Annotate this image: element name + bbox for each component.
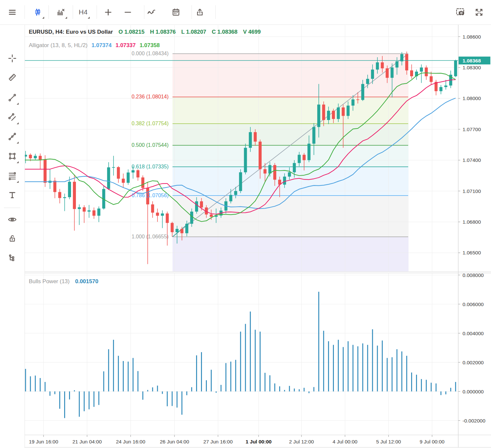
candle bbox=[420, 67, 423, 72]
time-axis[interactable]: 19 Jun 16:0021 Jun 04:0024 Jun 16:0026 J… bbox=[29, 435, 445, 444]
crosshair-tool[interactable] bbox=[5, 51, 20, 66]
ruler-tool[interactable] bbox=[5, 70, 20, 85]
candle bbox=[161, 214, 164, 216]
fib-level-label: 0.382 (1.07754) bbox=[132, 121, 169, 126]
candle bbox=[395, 61, 398, 68]
candle bbox=[83, 207, 86, 212]
export-button[interactable] bbox=[192, 5, 207, 20]
histogram-bar bbox=[387, 358, 388, 391]
visibility-tool[interactable] bbox=[5, 213, 20, 228]
alligator-value: 1.07358 bbox=[139, 42, 159, 48]
candle bbox=[68, 182, 71, 197]
polyline-tool[interactable] bbox=[5, 129, 20, 145]
indicator-axis[interactable]: 0.0080000.0060000.0040000.0020000.000000… bbox=[458, 272, 485, 423]
screenshot-button[interactable] bbox=[453, 5, 468, 20]
plus-icon bbox=[104, 8, 113, 17]
histogram-bar bbox=[245, 324, 246, 391]
current-price-badge-text: 1.08368 bbox=[463, 58, 481, 63]
candle bbox=[87, 210, 90, 212]
chart-surface[interactable]: 1.086001.083001.080001.077001.074001.071… bbox=[0, 0, 491, 448]
ohlcv-item: L 1.08207 bbox=[181, 29, 206, 35]
histogram-bar bbox=[94, 391, 95, 407]
candle bbox=[107, 167, 110, 189]
candle bbox=[366, 79, 369, 84]
time-axis-label: 4 Jul 00:00 bbox=[333, 439, 357, 444]
alligator-readout: 1.073741.073371.07358 bbox=[88, 42, 160, 48]
candle bbox=[386, 68, 389, 78]
shapes-tool[interactable] bbox=[5, 149, 20, 164]
histogram-bar bbox=[49, 391, 50, 396]
indicators-button[interactable] bbox=[144, 5, 159, 20]
dropdown-corner-icon bbox=[17, 181, 19, 183]
toolbar-separator bbox=[73, 5, 73, 19]
time-axis-label: 24 Jun 16:00 bbox=[116, 439, 145, 444]
ohlcv-item: O 1.08215 bbox=[118, 29, 144, 35]
minus-icon bbox=[123, 8, 132, 17]
menu-button[interactable] bbox=[5, 5, 20, 20]
candle bbox=[200, 201, 203, 208]
candle bbox=[210, 215, 213, 217]
candle bbox=[376, 62, 379, 70]
histogram-bar bbox=[123, 361, 124, 391]
channel-tool[interactable] bbox=[5, 110, 20, 125]
histogram-bar bbox=[411, 372, 412, 391]
alligator-legend[interactable]: Alligator (13, 8, 5, HL/2)1.073741.07337… bbox=[29, 42, 160, 49]
fibonacci-tool[interactable] bbox=[5, 169, 20, 184]
histogram-bar bbox=[269, 375, 270, 391]
time-axis-label: 2 Jul 12:00 bbox=[289, 439, 314, 444]
fib-labels: 0.000 (1.08434)0.236 (1.08014)0.382 (1.0… bbox=[132, 51, 169, 239]
zoom-in-button[interactable] bbox=[100, 5, 116, 20]
channel-icon bbox=[8, 113, 17, 123]
fullscreen-button[interactable] bbox=[471, 5, 486, 20]
histogram-bar bbox=[167, 391, 168, 406]
histogram-bar bbox=[230, 362, 231, 391]
histogram-bar bbox=[338, 340, 339, 391]
candle bbox=[195, 201, 198, 212]
price-axis-label: 1.06800 bbox=[463, 219, 481, 225]
histogram-bar bbox=[396, 349, 397, 391]
ohlcv-item: V 4699 bbox=[243, 29, 261, 35]
histogram-bar bbox=[118, 356, 119, 391]
time-axis-label: 19 Jun 16:00 bbox=[29, 439, 58, 444]
histogram-bar bbox=[446, 391, 446, 394]
toolbar-separator bbox=[25, 5, 25, 19]
candle bbox=[337, 108, 340, 119]
price-axis[interactable]: 1.086001.083001.080001.077001.074001.071… bbox=[458, 34, 490, 256]
histogram-bar bbox=[426, 380, 427, 391]
histogram-bar bbox=[353, 345, 354, 391]
histogram-bar bbox=[176, 391, 177, 407]
histogram-bar bbox=[35, 375, 36, 391]
time-axis-label: 5 Jul 12:00 bbox=[376, 439, 401, 444]
dropdown-corner-icon bbox=[17, 142, 19, 144]
chart-objects-button[interactable] bbox=[53, 5, 68, 20]
sidebar-divider bbox=[4, 208, 20, 208]
text-tool[interactable] bbox=[5, 188, 20, 203]
shape-icon bbox=[8, 152, 17, 162]
dropdown-corner-icon bbox=[17, 122, 19, 124]
zoom-out-button[interactable] bbox=[120, 5, 135, 20]
candle bbox=[249, 132, 252, 148]
candle bbox=[239, 172, 242, 191]
candle bbox=[342, 108, 345, 116]
price-axis-label: 1.07100 bbox=[463, 188, 481, 194]
drawing-toolbar bbox=[0, 25, 25, 448]
fib-level-label: 0.000 (1.08434) bbox=[132, 51, 169, 56]
fib-icon bbox=[8, 171, 17, 181]
histogram-bar bbox=[279, 386, 280, 391]
candle bbox=[132, 170, 135, 173]
bulls-power-legend[interactable]: Bulls Power (13) 0.001570 bbox=[29, 278, 98, 285]
candle bbox=[175, 229, 178, 232]
candle bbox=[361, 84, 364, 100]
timeframe-button[interactable]: H4 bbox=[76, 5, 91, 20]
unlock-tool[interactable] bbox=[5, 232, 20, 247]
candle bbox=[288, 172, 291, 177]
object-list-tool[interactable] bbox=[5, 251, 20, 266]
dropdown-corner-icon bbox=[65, 17, 67, 19]
candle bbox=[332, 111, 335, 119]
chart-type-candles-button[interactable] bbox=[30, 5, 45, 20]
histogram-bar bbox=[416, 375, 417, 391]
calendar-button[interactable] bbox=[168, 5, 183, 20]
toolbar-separator bbox=[48, 5, 49, 19]
candle bbox=[391, 67, 393, 78]
trendline-tool[interactable] bbox=[5, 91, 20, 106]
